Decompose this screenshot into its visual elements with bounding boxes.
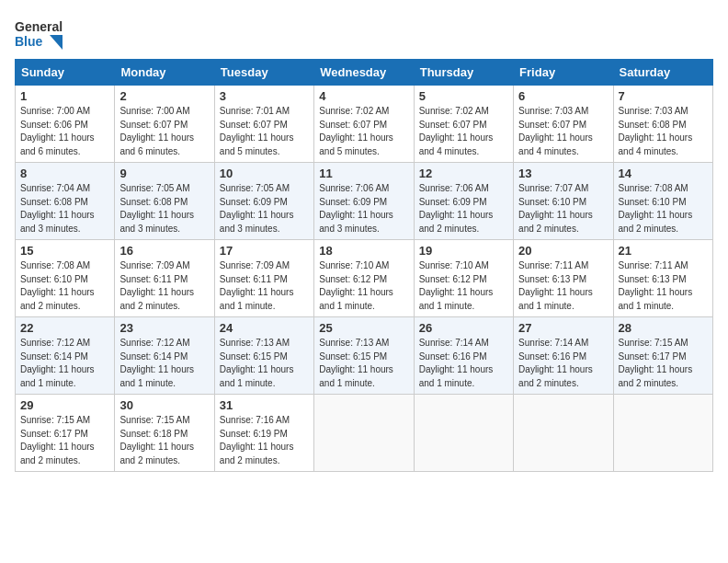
- svg-text:Blue: Blue: [15, 34, 43, 49]
- calendar-week-3: 22Sunrise: 7:12 AMSunset: 6:14 PMDayligh…: [16, 317, 713, 395]
- calendar-table: Sunday Monday Tuesday Wednesday Thursday…: [15, 59, 713, 472]
- calendar-cell-empty: [613, 395, 712, 472]
- calendar-week-0: 1Sunrise: 7:00 AMSunset: 6:06 PMDaylight…: [16, 86, 713, 163]
- calendar-cell-1: 1Sunrise: 7:00 AMSunset: 6:06 PMDaylight…: [16, 86, 115, 163]
- calendar-cell-27: 27Sunrise: 7:14 AMSunset: 6:16 PMDayligh…: [514, 317, 613, 395]
- calendar-cell-13: 13Sunrise: 7:07 AMSunset: 6:10 PMDayligh…: [514, 163, 613, 240]
- calendar-cell-14: 14Sunrise: 7:08 AMSunset: 6:10 PMDayligh…: [613, 163, 712, 240]
- calendar-cell-10: 10Sunrise: 7:05 AMSunset: 6:09 PMDayligh…: [214, 163, 313, 240]
- calendar-cell-26: 26Sunrise: 7:14 AMSunset: 6:16 PMDayligh…: [414, 317, 513, 395]
- header-thursday: Thursday: [414, 60, 513, 86]
- svg-text:General: General: [15, 19, 63, 34]
- calendar-cell-31: 31Sunrise: 7:16 AMSunset: 6:19 PMDayligh…: [214, 395, 313, 472]
- calendar-cell-empty: [514, 395, 613, 472]
- calendar-cell-2: 2Sunrise: 7:00 AMSunset: 6:07 PMDaylight…: [115, 86, 214, 163]
- calendar-cell-22: 22Sunrise: 7:12 AMSunset: 6:14 PMDayligh…: [16, 317, 115, 395]
- calendar-cell-empty: [314, 395, 414, 472]
- header-wednesday: Wednesday: [314, 60, 414, 86]
- calendar-cell-17: 17Sunrise: 7:09 AMSunset: 6:11 PMDayligh…: [214, 240, 313, 317]
- calendar-cell-16: 16Sunrise: 7:09 AMSunset: 6:11 PMDayligh…: [115, 240, 214, 317]
- calendar-week-4: 29Sunrise: 7:15 AMSunset: 6:17 PMDayligh…: [16, 395, 713, 472]
- calendar-cell-5: 5Sunrise: 7:02 AMSunset: 6:07 PMDaylight…: [414, 86, 513, 163]
- logo: General Blue: [15, 15, 63, 52]
- calendar-cell-30: 30Sunrise: 7:15 AMSunset: 6:18 PMDayligh…: [115, 395, 214, 472]
- header-saturday: Saturday: [613, 60, 712, 86]
- calendar-cell-29: 29Sunrise: 7:15 AMSunset: 6:17 PMDayligh…: [16, 395, 115, 472]
- calendar-cell-11: 11Sunrise: 7:06 AMSunset: 6:09 PMDayligh…: [314, 163, 414, 240]
- calendar-cell-28: 28Sunrise: 7:15 AMSunset: 6:17 PMDayligh…: [613, 317, 712, 395]
- calendar-cell-12: 12Sunrise: 7:06 AMSunset: 6:09 PMDayligh…: [414, 163, 513, 240]
- calendar-cell-empty: [414, 395, 513, 472]
- calendar-cell-4: 4Sunrise: 7:02 AMSunset: 6:07 PMDaylight…: [314, 86, 414, 163]
- calendar-cell-19: 19Sunrise: 7:10 AMSunset: 6:12 PMDayligh…: [414, 240, 513, 317]
- calendar-cell-7: 7Sunrise: 7:03 AMSunset: 6:08 PMDaylight…: [613, 86, 712, 163]
- calendar-week-2: 15Sunrise: 7:08 AMSunset: 6:10 PMDayligh…: [16, 240, 713, 317]
- page-header: General Blue: [15, 15, 713, 52]
- header-sunday: Sunday: [16, 60, 115, 86]
- calendar-cell-8: 8Sunrise: 7:04 AMSunset: 6:08 PMDaylight…: [16, 163, 115, 240]
- calendar-cell-15: 15Sunrise: 7:08 AMSunset: 6:10 PMDayligh…: [16, 240, 115, 317]
- svg-marker-2: [50, 35, 63, 50]
- header-tuesday: Tuesday: [214, 60, 313, 86]
- calendar-cell-23: 23Sunrise: 7:12 AMSunset: 6:14 PMDayligh…: [115, 317, 214, 395]
- calendar-cell-20: 20Sunrise: 7:11 AMSunset: 6:13 PMDayligh…: [514, 240, 613, 317]
- calendar-week-1: 8Sunrise: 7:04 AMSunset: 6:08 PMDaylight…: [16, 163, 713, 240]
- calendar-cell-25: 25Sunrise: 7:13 AMSunset: 6:15 PMDayligh…: [314, 317, 414, 395]
- calendar-cell-24: 24Sunrise: 7:13 AMSunset: 6:15 PMDayligh…: [214, 317, 313, 395]
- calendar-cell-6: 6Sunrise: 7:03 AMSunset: 6:07 PMDaylight…: [514, 86, 613, 163]
- calendar-header-row: Sunday Monday Tuesday Wednesday Thursday…: [16, 60, 713, 86]
- calendar-cell-18: 18Sunrise: 7:10 AMSunset: 6:12 PMDayligh…: [314, 240, 414, 317]
- header-monday: Monday: [115, 60, 214, 86]
- calendar-cell-9: 9Sunrise: 7:05 AMSunset: 6:08 PMDaylight…: [115, 163, 214, 240]
- calendar-cell-3: 3Sunrise: 7:01 AMSunset: 6:07 PMDaylight…: [214, 86, 313, 163]
- header-friday: Friday: [514, 60, 613, 86]
- calendar-cell-21: 21Sunrise: 7:11 AMSunset: 6:13 PMDayligh…: [613, 240, 712, 317]
- logo-svg: General Blue: [15, 15, 63, 52]
